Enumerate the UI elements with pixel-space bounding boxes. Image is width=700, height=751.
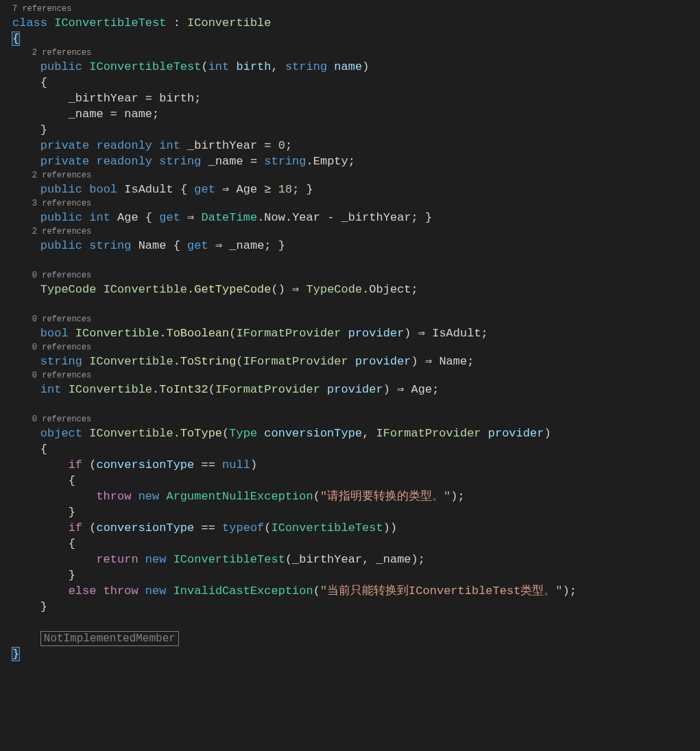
code-line[interactable]: public bool IsAdult { get ⇒ Age ≥ 18; } xyxy=(0,182,700,197)
codelens[interactable]: 3 references xyxy=(0,197,700,210)
code-line[interactable]: } xyxy=(0,122,700,138)
code-line[interactable]: { xyxy=(0,31,700,47)
codelens[interactable]: 0 references xyxy=(0,313,700,325)
code-line[interactable]: if (conversionType == null) xyxy=(0,457,700,473)
code-line[interactable]: _name = name; xyxy=(0,106,700,122)
codelens[interactable]: 2 references xyxy=(0,225,700,238)
codelens[interactable]: 0 references xyxy=(0,369,700,382)
code-line[interactable]: } xyxy=(0,646,700,662)
code-line[interactable]: return new IConvertibleTest(_birthYear, … xyxy=(0,552,700,567)
collapsed-region[interactable]: NotImplementedMember xyxy=(0,630,700,646)
codelens[interactable]: 0 references xyxy=(0,269,700,282)
code-line[interactable]: } xyxy=(0,599,700,615)
blank-line xyxy=(0,615,700,630)
code-line[interactable]: object IConvertible.ToType(Type conversi… xyxy=(0,426,700,441)
code-editor[interactable]: 7 references class IConvertibleTest : IC… xyxy=(0,0,700,676)
code-line[interactable]: bool IConvertible.ToBoolean(IFormatProvi… xyxy=(0,325,700,341)
code-line[interactable]: private readonly string _name = string.E… xyxy=(0,153,700,169)
code-line[interactable]: { xyxy=(0,473,700,489)
code-line[interactable]: public IConvertibleTest(int birth, strin… xyxy=(0,59,700,75)
code-line[interactable]: class IConvertibleTest : IConvertible xyxy=(0,15,700,31)
codelens[interactable]: 0 references xyxy=(0,413,700,426)
codelens[interactable]: 7 references xyxy=(0,3,700,15)
code-line[interactable]: } xyxy=(0,504,700,520)
code-line[interactable]: TypeCode IConvertible.GetTypeCode() ⇒ Ty… xyxy=(0,282,700,297)
code-line[interactable]: int IConvertible.ToInt32(IFormatProvider… xyxy=(0,382,700,397)
codelens[interactable]: 0 references xyxy=(0,341,700,354)
code-line[interactable]: _birthYear = birth; xyxy=(0,90,700,106)
brace-close: } xyxy=(12,648,19,661)
code-line[interactable]: else throw new InvalidCastException("当前只… xyxy=(0,583,700,599)
code-line[interactable]: if (conversionType == typeof(IConvertibl… xyxy=(0,520,700,536)
code-line[interactable]: public string Name { get ⇒ _name; } xyxy=(0,238,700,254)
region-box[interactable]: NotImplementedMember xyxy=(40,631,179,646)
code-line[interactable]: { xyxy=(0,75,700,90)
code-line[interactable]: string IConvertible.ToString(IFormatProv… xyxy=(0,354,700,369)
blank-line xyxy=(0,297,700,313)
code-line[interactable]: public int Age { get ⇒ DateTime.Now.Year… xyxy=(0,210,700,225)
codelens[interactable]: 2 references xyxy=(0,169,700,182)
code-line[interactable]: private readonly int _birthYear = 0; xyxy=(0,138,700,153)
code-line[interactable]: { xyxy=(0,441,700,457)
brace-open: { xyxy=(12,32,19,45)
code-line[interactable]: throw new ArgumentNullException("请指明要转换的… xyxy=(0,489,700,504)
blank-line xyxy=(0,397,700,413)
blank-line xyxy=(0,254,700,269)
code-line[interactable]: } xyxy=(0,567,700,583)
codelens[interactable]: 2 references xyxy=(0,47,700,59)
code-line[interactable]: { xyxy=(0,536,700,552)
